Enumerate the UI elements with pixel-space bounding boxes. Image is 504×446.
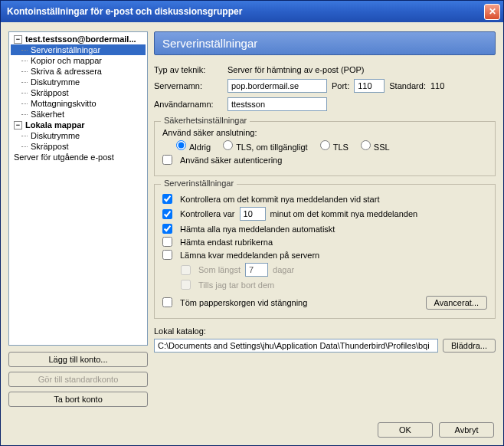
tree-item-security[interactable]: Säkerhet bbox=[11, 109, 146, 120]
server-fieldset: Serverinställningar Kontrollera om det k… bbox=[154, 184, 496, 319]
radio-never[interactable]: Aldrig bbox=[176, 140, 211, 152]
tree-item-compose[interactable]: Skriva & adressera bbox=[11, 66, 146, 77]
check-start-label: Kontrollera om det kommit nya meddelande… bbox=[180, 195, 379, 204]
tree-item-local-junk[interactable]: Skräppost bbox=[11, 141, 146, 152]
at-most-checkbox bbox=[181, 265, 191, 275]
fetch-all-label: Hämta alla nya meddelanden automatiskt bbox=[180, 225, 335, 234]
row-username: Användarnamn: bbox=[154, 97, 496, 111]
tree-account-root[interactable]: − test.testsson@bordermail... bbox=[11, 34, 146, 44]
port-input[interactable] bbox=[354, 79, 385, 93]
ok-button[interactable]: OK bbox=[378, 422, 433, 438]
tree-item-outgoing[interactable]: Server för utgående e-post bbox=[11, 152, 146, 162]
empty-trash-label: Töm papperskorgen vid stängning bbox=[180, 298, 307, 307]
content: − test.testsson@bordermail... Serverinst… bbox=[1, 22, 503, 415]
at-most-input bbox=[245, 263, 268, 277]
dialog-footer: OK Avbryt bbox=[1, 415, 503, 445]
advanced-button[interactable]: Avancerat... bbox=[426, 296, 488, 310]
tree-item-server-settings[interactable]: Serverinställningar bbox=[11, 44, 146, 55]
account-label: test.testsson@bordermail... bbox=[25, 34, 136, 44]
leave-server-label: Lämna kvar meddelanden på servern bbox=[180, 251, 319, 260]
secure-radio-group: Aldrig TLS, om tillgängligt TLS SSL bbox=[162, 140, 487, 152]
titlebar: Kontoinställningar för e-post och diskus… bbox=[1, 1, 503, 22]
headers-only-label: Hämta endast rubrikerna bbox=[180, 238, 273, 247]
window-title: Kontoinställningar för e-post och diskus… bbox=[7, 6, 484, 17]
tree-item-copies[interactable]: Kopior och mappar bbox=[11, 55, 146, 66]
check-start-checkbox[interactable] bbox=[162, 194, 172, 204]
page-title: Serverinställningar bbox=[154, 31, 496, 55]
at-most-label: Som längst bbox=[198, 265, 241, 274]
tree-item-junk[interactable]: Skräppost bbox=[11, 87, 146, 98]
server-label: Servernamn: bbox=[154, 81, 223, 90]
until-delete-label: Tills jag tar bort dem bbox=[198, 280, 274, 290]
secure-auth-checkbox[interactable] bbox=[162, 155, 172, 165]
local-dir-label: Lokal katalog: bbox=[154, 326, 496, 336]
leave-server-checkbox[interactable] bbox=[162, 250, 172, 260]
security-legend: Säkerhetsinställningar bbox=[161, 116, 250, 125]
standard-value: 110 bbox=[430, 81, 444, 90]
fetch-all-checkbox[interactable] bbox=[162, 224, 172, 234]
collapse-icon[interactable]: − bbox=[14, 35, 22, 44]
security-fieldset: Säkerhetsinställningar Använd säker ansl… bbox=[154, 121, 496, 176]
server-name-input[interactable] bbox=[227, 79, 327, 93]
empty-trash-checkbox[interactable] bbox=[162, 297, 172, 307]
until-delete-checkbox bbox=[181, 280, 191, 290]
local-label: Lokala mappar bbox=[25, 120, 85, 130]
local-dir-row: Bläddra... bbox=[154, 339, 496, 353]
close-icon[interactable]: ✕ bbox=[484, 4, 500, 20]
port-label: Port: bbox=[332, 81, 349, 90]
local-dir-input[interactable] bbox=[154, 339, 438, 353]
collapse-icon[interactable]: − bbox=[14, 121, 22, 130]
browse-button[interactable]: Bläddra... bbox=[443, 339, 496, 353]
days-label: dagar bbox=[273, 265, 294, 274]
sidebar-buttons: Lägg till konto... Gör till standardkont… bbox=[8, 352, 148, 407]
tree-item-disk[interactable]: Diskutrymme bbox=[11, 77, 146, 87]
use-secure-label: Använd säker anslutning: bbox=[162, 128, 487, 137]
username-label: Användarnamn: bbox=[154, 100, 223, 109]
radio-tls[interactable]: TLS bbox=[320, 140, 349, 152]
check-interval-checkbox[interactable] bbox=[162, 209, 172, 219]
check-interval-input[interactable] bbox=[240, 207, 266, 221]
type-value: Server för hämtning av e-post (POP) bbox=[227, 65, 365, 74]
tree-item-receipts[interactable]: Mottagningskvitto bbox=[11, 98, 146, 109]
main-panel: Serverinställningar Typ av teknik: Serve… bbox=[154, 31, 496, 407]
check-interval-label-a: Kontrollera var bbox=[180, 209, 235, 218]
remove-account-button[interactable]: Ta bort konto bbox=[8, 392, 148, 407]
radio-tls-avail[interactable]: TLS, om tillgängligt bbox=[223, 140, 308, 152]
set-default-button: Gör till standardkonto bbox=[8, 372, 148, 387]
account-tree: − test.testsson@bordermail... Serverinst… bbox=[8, 31, 148, 346]
radio-ssl[interactable]: SSL bbox=[361, 140, 390, 152]
secure-auth-label: Använd säker autenticering bbox=[180, 156, 282, 165]
username-input[interactable] bbox=[227, 97, 327, 111]
tree-item-local-disk[interactable]: Diskutrymme bbox=[11, 130, 146, 141]
standard-label: Standard: bbox=[389, 81, 426, 90]
type-label: Typ av teknik: bbox=[154, 65, 223, 74]
check-interval-label-b: minut om det kommit nya meddelanden bbox=[270, 209, 418, 218]
row-secure-auth: Använd säker autenticering bbox=[162, 155, 487, 165]
row-type: Typ av teknik: Server för hämtning av e-… bbox=[154, 65, 496, 74]
settings-dialog: Kontoinställningar för e-post och diskus… bbox=[0, 0, 504, 446]
tree-local-folders[interactable]: − Lokala mappar bbox=[11, 120, 146, 130]
server-legend: Serverinställningar bbox=[161, 179, 237, 188]
sidebar: − test.testsson@bordermail... Serverinst… bbox=[8, 31, 148, 407]
headers-only-checkbox[interactable] bbox=[162, 237, 172, 247]
row-server: Servernamn: Port: Standard: 110 bbox=[154, 79, 496, 93]
cancel-button[interactable]: Avbryt bbox=[439, 422, 494, 438]
add-account-button[interactable]: Lägg till konto... bbox=[8, 352, 148, 367]
